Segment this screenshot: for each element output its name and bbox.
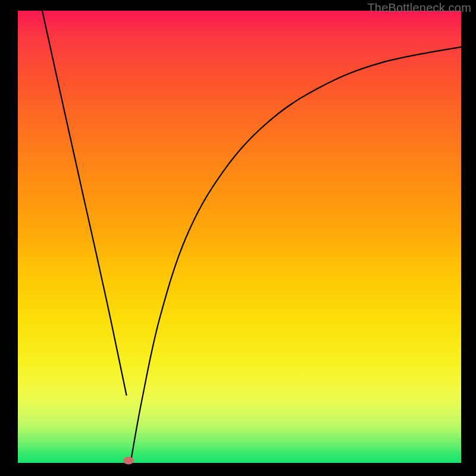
plot-area [18, 11, 461, 463]
curve-left [42, 11, 127, 395]
watermark-text: TheBottleneck.com [367, 1, 471, 15]
min-marker [123, 457, 134, 465]
chart-frame: TheBottleneck.com [0, 0, 476, 476]
curve-svg [18, 11, 461, 463]
curve-right [131, 47, 461, 461]
